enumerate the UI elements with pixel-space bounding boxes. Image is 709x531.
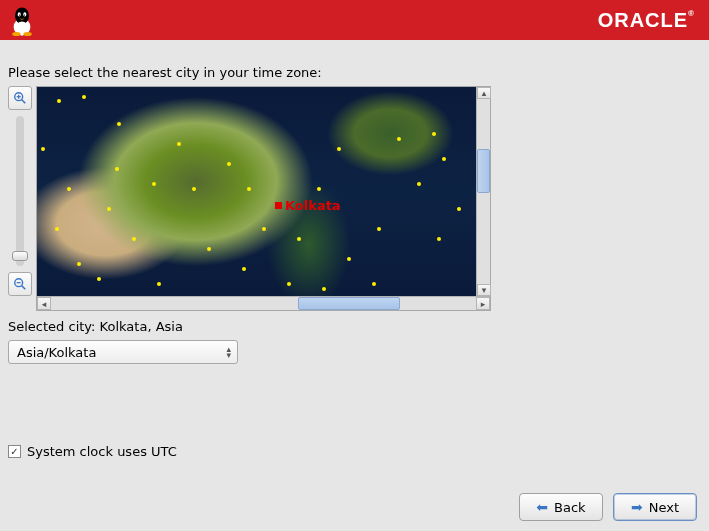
zoom-slider[interactable]: [16, 116, 24, 266]
scroll-up-arrow-icon[interactable]: ▴: [477, 87, 491, 99]
zoom-out-button[interactable]: [8, 272, 32, 296]
map-canvas[interactable]: Kolkata: [37, 87, 490, 297]
header-bar: ORACLE®: [0, 0, 709, 40]
scroll-down-arrow-icon[interactable]: ▾: [477, 284, 491, 296]
utc-row: ✓ System clock uses UTC: [8, 444, 701, 459]
svg-line-10: [22, 100, 26, 104]
next-button-label: Next: [649, 500, 679, 515]
magnify-minus-icon: [13, 277, 27, 291]
hscroll-track[interactable]: [51, 297, 476, 310]
back-button[interactable]: ⬅ Back: [519, 493, 603, 521]
oracle-logo: ORACLE®: [598, 9, 695, 32]
prompt-text: Please select the nearest city in your t…: [8, 65, 701, 80]
svg-point-3: [18, 12, 21, 16]
selected-city-text: Selected city: Kolkata, Asia: [8, 319, 701, 334]
selected-city-marker: [275, 202, 282, 209]
utc-checkbox[interactable]: ✓: [8, 445, 21, 458]
utc-label: System clock uses UTC: [27, 444, 177, 459]
arrow-right-icon: ➡: [631, 500, 643, 514]
map-horizontal-scrollbar[interactable]: ◂ ▸: [37, 296, 490, 310]
next-button[interactable]: ➡ Next: [613, 493, 697, 521]
svg-point-7: [12, 32, 20, 36]
content-area: Please select the nearest city in your t…: [0, 40, 709, 459]
svg-point-8: [23, 32, 31, 36]
magnify-plus-icon: [13, 91, 27, 105]
back-button-label: Back: [554, 500, 586, 515]
svg-point-6: [24, 14, 25, 15]
timezone-combobox[interactable]: Asia/Kolkata ▴▾: [8, 340, 238, 364]
timezone-value: Asia/Kolkata: [17, 345, 96, 360]
svg-point-5: [19, 14, 20, 15]
map-vertical-scrollbar[interactable]: ▴ ▾: [476, 87, 490, 296]
selected-city-map-label: Kolkata: [285, 198, 341, 213]
scroll-left-arrow-icon[interactable]: ◂: [37, 297, 51, 310]
svg-line-14: [22, 286, 26, 290]
scroll-right-arrow-icon[interactable]: ▸: [476, 297, 490, 310]
zoom-slider-thumb[interactable]: [12, 251, 28, 261]
footer-buttons: ⬅ Back ➡ Next: [519, 493, 697, 521]
combo-spinner-icon: ▴▾: [226, 346, 231, 358]
tux-logo-icon: [8, 3, 36, 37]
hscroll-thumb[interactable]: [298, 297, 400, 310]
timezone-map[interactable]: Kolkata ▴ ▾ ◂ ▸: [36, 86, 491, 311]
vscroll-thumb[interactable]: [477, 149, 490, 193]
zoom-in-button[interactable]: [8, 86, 32, 110]
zoom-column: [8, 86, 32, 311]
map-area: Kolkata ▴ ▾ ◂ ▸: [8, 86, 701, 311]
arrow-left-icon: ⬅: [536, 500, 548, 514]
brand-text: ORACLE: [598, 9, 688, 31]
vscroll-track[interactable]: [477, 99, 490, 284]
svg-point-4: [23, 12, 26, 16]
